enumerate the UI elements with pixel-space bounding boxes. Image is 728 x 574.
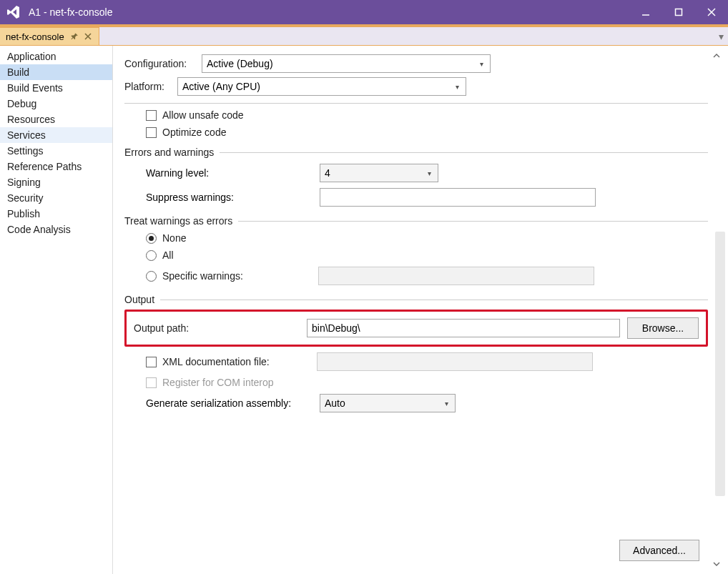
visual-studio-logo-icon xyxy=(4,3,23,21)
titlebar: A1 - net-fx-console xyxy=(0,0,728,24)
warning-level-dropdown[interactable]: 4 ▾ xyxy=(320,164,438,182)
window-controls xyxy=(629,0,728,24)
treat-all-radio[interactable] xyxy=(146,250,157,261)
sidebar-item-publish[interactable]: Publish xyxy=(0,206,112,222)
close-tab-icon[interactable] xyxy=(83,31,93,41)
sidebar-item-application[interactable]: Application xyxy=(0,49,112,64)
errors-warnings-section: Errors and warnings xyxy=(124,147,708,158)
treat-specific-input[interactable] xyxy=(318,267,594,285)
treat-none-label: None xyxy=(162,232,186,244)
maximize-button[interactable] xyxy=(662,0,695,24)
separator xyxy=(124,103,708,104)
chevron-down-icon: ▾ xyxy=(442,400,451,407)
svg-rect-1 xyxy=(676,9,682,16)
xml-doc-input[interactable] xyxy=(317,352,593,371)
advanced-button[interactable]: Advanced... xyxy=(619,540,699,561)
treat-specific-label: Specific warnings: xyxy=(162,270,313,282)
sidebar-item-debug[interactable]: Debug xyxy=(0,96,112,112)
treat-all-label: All xyxy=(162,249,174,261)
suppress-warnings-label: Suppress warnings: xyxy=(146,192,314,203)
scroll-down-icon[interactable] xyxy=(711,558,722,570)
treat-warnings-section: Treat warnings as errors xyxy=(124,215,708,227)
sidebar-item-security[interactable]: Security xyxy=(0,190,112,206)
suppress-warnings-input[interactable] xyxy=(320,188,596,207)
optimize-code-label: Optimize code xyxy=(162,127,226,138)
com-interop-checkbox xyxy=(146,377,157,388)
document-tabstrip: net-fx-console ▾ xyxy=(0,27,728,46)
document-tab-label: net-fx-console xyxy=(6,31,64,42)
platform-label: Platform: xyxy=(124,81,172,92)
sidebar-item-build[interactable]: Build xyxy=(0,64,112,80)
gen-serialization-value: Auto xyxy=(325,397,442,409)
warning-level-value: 4 xyxy=(325,167,425,179)
platform-dropdown[interactable]: Active (Any CPU) ▾ xyxy=(177,77,466,96)
treat-specific-radio[interactable] xyxy=(146,271,157,282)
sidebar-item-resources[interactable]: Resources xyxy=(0,112,112,127)
xml-doc-label: XML documentation file: xyxy=(162,356,311,367)
com-interop-label: Register for COM interop xyxy=(162,377,274,388)
warning-level-label: Warning level: xyxy=(146,167,314,179)
output-heading: Output xyxy=(124,294,154,305)
body: Application Build Build Events Debug Res… xyxy=(0,46,728,574)
sidebar-item-build-events[interactable]: Build Events xyxy=(0,80,112,96)
sidebar-item-code-analysis[interactable]: Code Analysis xyxy=(0,222,112,237)
build-settings-pane: Configuration: Active (Debug) ▾ Platform… xyxy=(113,46,728,574)
allow-unsafe-checkbox[interactable] xyxy=(146,110,157,121)
configuration-value: Active (Debug) xyxy=(207,58,477,69)
platform-value: Active (Any CPU) xyxy=(182,81,453,92)
project-properties-sidebar: Application Build Build Events Debug Res… xyxy=(0,46,113,574)
treat-warnings-heading: Treat warnings as errors xyxy=(124,215,232,227)
pin-icon[interactable] xyxy=(69,31,79,41)
window-title: A1 - net-fx-console xyxy=(29,6,113,18)
treat-none-radio[interactable] xyxy=(146,233,157,244)
chevron-down-icon: ▾ xyxy=(453,83,461,91)
sidebar-item-reference-paths[interactable]: Reference Paths xyxy=(0,159,112,174)
allow-unsafe-label: Allow unsafe code xyxy=(162,109,244,121)
gen-serialization-dropdown[interactable]: Auto ▾ xyxy=(320,394,456,412)
output-path-highlight: Output path: Browse... xyxy=(124,310,708,347)
chevron-down-icon: ▾ xyxy=(425,169,433,177)
output-path-label: Output path: xyxy=(134,322,300,334)
gen-serialization-label: Generate serialization assembly: xyxy=(146,397,314,409)
configuration-dropdown[interactable]: Active (Debug) ▾ xyxy=(202,54,491,73)
errors-warnings-heading: Errors and warnings xyxy=(124,147,214,158)
chevron-down-icon: ▾ xyxy=(477,60,486,68)
xml-doc-checkbox[interactable] xyxy=(146,357,157,367)
document-tab-net-fx-console[interactable]: net-fx-console xyxy=(0,27,99,45)
sidebar-item-signing[interactable]: Signing xyxy=(0,174,112,190)
optimize-code-checkbox[interactable] xyxy=(146,127,157,138)
minimize-button[interactable] xyxy=(629,0,662,24)
output-section: Output xyxy=(124,294,708,305)
sidebar-item-services[interactable]: Services xyxy=(0,127,112,143)
configuration-label: Configuration: xyxy=(124,58,196,69)
scroll-up-icon[interactable] xyxy=(711,50,722,61)
vertical-scrollbar[interactable] xyxy=(715,232,725,496)
sidebar-item-settings[interactable]: Settings xyxy=(0,143,112,159)
output-path-input[interactable] xyxy=(307,319,620,337)
browse-button[interactable]: Browse... xyxy=(627,317,699,339)
tab-overflow-icon[interactable]: ▾ xyxy=(719,27,724,46)
close-button[interactable] xyxy=(695,0,728,24)
